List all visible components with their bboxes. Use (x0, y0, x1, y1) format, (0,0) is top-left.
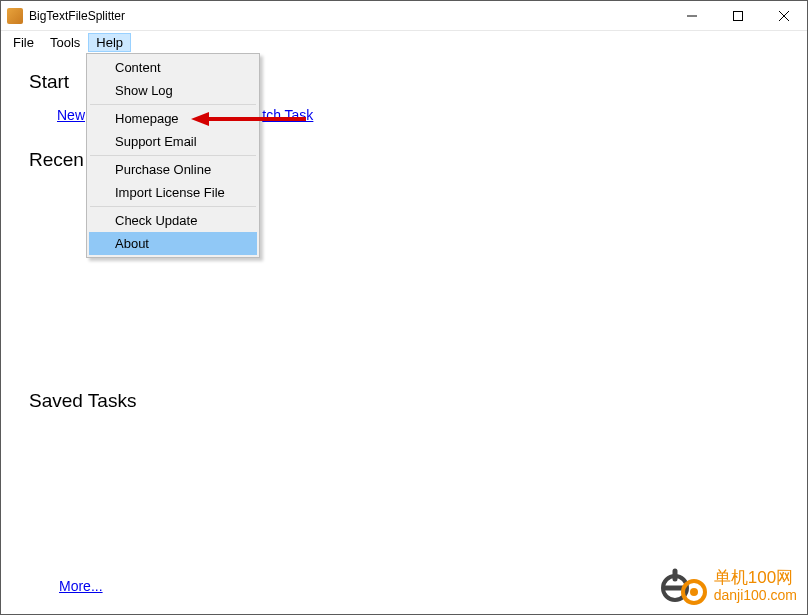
titlebar: BigTextFileSplitter (1, 1, 807, 31)
window-controls (669, 1, 807, 30)
menu-content[interactable]: Content (89, 56, 257, 79)
more-link[interactable]: More... (59, 578, 103, 594)
watermark-text: 单机100网 danji100.com (714, 569, 797, 603)
batch-task-link-fragment[interactable]: tch Task (262, 107, 313, 123)
menu-check-update[interactable]: Check Update (89, 209, 257, 232)
window-title: BigTextFileSplitter (29, 9, 669, 23)
menu-about[interactable]: About (89, 232, 257, 255)
watermark-line2: danji100.com (714, 588, 797, 603)
help-dropdown: Content Show Log Homepage Support Email … (86, 53, 260, 258)
menu-purchase-online[interactable]: Purchase Online (89, 158, 257, 181)
menu-tools[interactable]: Tools (42, 33, 88, 52)
maximize-button[interactable] (715, 1, 761, 30)
menu-show-log[interactable]: Show Log (89, 79, 257, 102)
menu-separator (90, 206, 256, 207)
app-icon (7, 8, 23, 24)
menu-support-email[interactable]: Support Email (89, 130, 257, 153)
close-button[interactable] (761, 1, 807, 30)
menubar: File Tools Help (1, 31, 807, 53)
menu-import-license[interactable]: Import License File (89, 181, 257, 204)
watermark-line1: 单机100网 (714, 569, 797, 588)
menu-help[interactable]: Help (88, 33, 131, 52)
app-window: BigTextFileSplitter File Tools Help Star… (0, 0, 808, 615)
svg-point-10 (690, 588, 698, 596)
menu-homepage[interactable]: Homepage (89, 107, 257, 130)
menu-separator (90, 155, 256, 156)
watermark-logo-icon (660, 566, 708, 606)
menu-file[interactable]: File (5, 33, 42, 52)
new-task-link-fragment[interactable]: New (57, 107, 85, 123)
svg-rect-1 (734, 11, 743, 20)
menu-separator (90, 104, 256, 105)
saved-tasks-heading: Saved Tasks (29, 390, 136, 412)
minimize-button[interactable] (669, 1, 715, 30)
watermark: 单机100网 danji100.com (660, 566, 797, 606)
more-link-container: More... (59, 578, 103, 594)
